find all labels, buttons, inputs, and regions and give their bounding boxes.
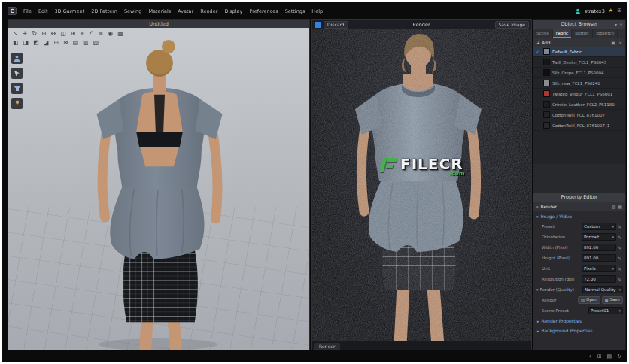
zoom-view-icon[interactable]: ⊕ (41, 31, 47, 37)
object-browser-tab[interactable]: Topstitch (593, 29, 618, 38)
select-tool-icon[interactable]: ↖ (13, 31, 18, 37)
property-value-field[interactable]: Custom ▾ (582, 223, 616, 230)
property-value-field[interactable]: Portrait ▾ (582, 233, 616, 241)
copy-icon[interactable]: ▣ (611, 40, 615, 45)
avatar-display-icon[interactable] (11, 53, 23, 64)
pin-display-icon[interactable] (11, 98, 23, 109)
gizmo-target-icon[interactable]: ⌖ (81, 31, 84, 37)
menu-item[interactable]: Materials (148, 8, 171, 14)
status-bar: ⌖ ⊞ ▤ ↻ (8, 352, 621, 361)
menu-item[interactable]: Preferences (249, 8, 278, 14)
preset-save-button[interactable]: ▦ Save (602, 296, 623, 304)
folder-open-icon[interactable]: ▨ (612, 204, 616, 209)
object-browser-tab[interactable]: Scene (533, 29, 553, 38)
menu-item[interactable]: Sewing (124, 8, 142, 14)
star-icon[interactable]: ★ (609, 8, 613, 14)
save-disk-icon[interactable]: ▦ (618, 204, 622, 209)
layers-icon[interactable]: ▤ (607, 354, 612, 359)
front-view-icon[interactable]: ◧ (13, 40, 19, 46)
left-view-icon[interactable]: ◩ (33, 40, 39, 46)
dual-window-icon[interactable]: ◫ (61, 31, 67, 37)
angle-tool-icon[interactable]: ∠ (88, 31, 93, 37)
topbar-icons: ★ ⊞ (609, 8, 621, 14)
edit-icon[interactable]: ✎ (618, 224, 623, 229)
collapsed-section-row[interactable]: ▸ Background Properties (533, 326, 625, 335)
close-icon[interactable]: × (619, 22, 623, 27)
property-value-field[interactable]: Pixels ▾ (582, 265, 616, 272)
menu-item[interactable]: 2D Pattern (91, 8, 117, 14)
fabric-list-item[interactable]: ✓ Default_Fabric (533, 47, 625, 57)
menu-item[interactable]: Display (224, 8, 242, 14)
viewport-3d[interactable]: Untitled ↖ + ↻ ⊕ ↔ ◫ ⊞ ⌖ ∠ ≡ (8, 19, 310, 350)
focus-tool-icon[interactable]: ◉ (108, 31, 113, 37)
save-image-button[interactable]: Save Image (495, 21, 529, 29)
collapsed-section-row[interactable]: ▸ Render Properties (533, 316, 625, 326)
property-row: Orientation Portrait ▾ ✎ (533, 232, 625, 242)
menu-item[interactable]: File (23, 8, 32, 14)
caret-down-icon: ▾ (536, 287, 539, 292)
render-progress-tab[interactable]: Render (314, 343, 340, 350)
garment-display-icon[interactable] (11, 83, 23, 94)
property-value-field[interactable]: 72.00 ▾ (582, 275, 616, 283)
add-fabric-button[interactable]: + Add (536, 40, 551, 45)
edit-icon[interactable]: ✎ (618, 256, 623, 261)
fabric-name: CottonTwill_FCL_8761007_1 (552, 123, 609, 128)
back-view-icon[interactable]: ◨ (23, 40, 29, 46)
caret-right-icon: ▸ (537, 319, 539, 323)
edit-icon[interactable]: ✎ (618, 235, 623, 240)
pan-view-icon[interactable]: ↔ (51, 31, 56, 37)
property-value-field[interactable]: 891.00 ▾ (582, 254, 616, 262)
menu-item[interactable]: Render (200, 8, 217, 14)
fabric-swatch (543, 59, 550, 65)
render-quality-select[interactable]: Normal Quality ▾ (582, 286, 623, 293)
fabric-list-item[interactable]: ✓ Crinkle_Leather_FCL2_PS1180 (533, 99, 625, 110)
hide-panel-icon[interactable]: ⊟ (53, 40, 59, 46)
sync-icon[interactable]: ↻ (617, 354, 621, 359)
snap-target-icon[interactable]: ⌖ (589, 354, 592, 359)
username-label: stratex3 (585, 8, 605, 14)
fabric-list-item[interactable]: ✓ Silk_new_FCL1_PS0240 (533, 78, 625, 89)
menu-item[interactable]: Help (311, 8, 323, 14)
rows-view-icon[interactable]: ▥ (83, 40, 89, 46)
mesh-tool-icon[interactable]: ▦ (117, 31, 123, 37)
image-video-section-row[interactable]: ▾ Image / Video (533, 211, 625, 221)
user-icon[interactable] (575, 8, 581, 14)
render-canvas[interactable] (312, 29, 531, 341)
render-section-row[interactable]: ▾ Render ▨ ▦ (533, 202, 625, 211)
fabric-list-item[interactable]: ✓ CottonTwill_FCL_8761007 (533, 110, 625, 120)
collapse-icon[interactable]: ▾ (615, 22, 617, 27)
close-panel-icon[interactable]: ⊠ (63, 40, 68, 46)
preset-open-button[interactable]: ▨ Open (578, 296, 600, 304)
list-tools: ▣ × (611, 40, 622, 45)
render-window-title: Render (351, 22, 492, 28)
rotate-view-icon[interactable]: ↻ (32, 31, 37, 37)
edit-icon[interactable]: ✎ (618, 245, 623, 250)
fabric-list-item[interactable]: ✓ Silk_Crepe_FCL1_PS0004 (533, 68, 625, 78)
fabric-list-item[interactable]: ✓ CottonTwill_FCL_8761007_1 (533, 120, 625, 131)
right-view-icon[interactable]: ◪ (44, 40, 50, 46)
grid-view-icon[interactable]: ⊞ (597, 354, 602, 359)
fabric-name: Silk_Crepe_FCL1_PS0004 (552, 71, 604, 75)
menu-item[interactable]: Avatar (178, 8, 193, 14)
menu-item[interactable]: 3D Garment (54, 8, 84, 14)
discard-button[interactable]: Discard (324, 21, 348, 29)
fabric-list-item[interactable]: ✓ Twill_Denim_FCL1_PS0043 (533, 57, 625, 68)
menu-item[interactable]: Settings (285, 8, 305, 14)
move-tool-icon[interactable]: + (23, 31, 28, 37)
object-browser-tab[interactable]: Fabric (553, 29, 572, 38)
fabric-list-item[interactable]: ✓ Twisted_Velour_FCL1_PS6001 (533, 89, 625, 99)
grid-icon[interactable]: ⊞ (71, 31, 76, 37)
scene-preset-row: Scene Preset Preset01 ▾ (533, 305, 625, 316)
edit-icon[interactable]: ✎ (618, 277, 623, 282)
list-tool-icon[interactable]: ≡ (98, 31, 103, 37)
arrow-display-icon[interactable] (11, 68, 23, 79)
object-browser-tab[interactable]: Button (572, 29, 592, 38)
apps-grid-icon[interactable]: ⊞ (617, 8, 621, 14)
texture-view-icon[interactable]: ▧ (93, 40, 99, 46)
edit-icon[interactable]: ✎ (618, 266, 623, 271)
layers-view-icon[interactable]: ▤ (73, 40, 79, 46)
menu-item[interactable]: Edit (38, 8, 48, 14)
delete-icon[interactable]: × (618, 40, 622, 45)
scene-preset-select[interactable]: Preset01 ▾ (588, 307, 623, 314)
property-value-field[interactable]: 892.00 ▾ (582, 244, 616, 251)
